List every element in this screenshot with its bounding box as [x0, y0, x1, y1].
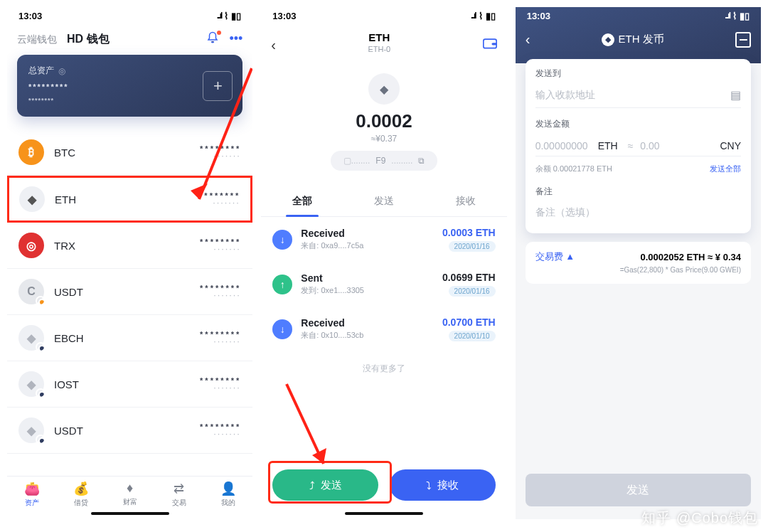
fiat-sym: CNY	[720, 140, 741, 151]
battery-icon: ▮▯	[486, 11, 496, 21]
coin-sub-masked: ·······	[200, 153, 241, 160]
send-header: ‹ ◆ ETH 发币	[516, 24, 761, 55]
coin-icon: ◆	[18, 371, 44, 397]
bottom-tabbar: 👛资产💰借贷♦财富⇄交易👤我的	[7, 476, 252, 511]
tx-title: Sent	[301, 272, 364, 284]
coin-sub-masked: ·······	[200, 339, 241, 346]
eye-icon[interactable]: ◎	[58, 66, 65, 76]
fee-card[interactable]: 交易费 ▲ 0.0002052 ETH ≈ ¥ 0.34 =Gas(22,800…	[526, 242, 751, 284]
address-pill[interactable]: ▢........ F9 ......... ⧉	[331, 151, 437, 171]
back-icon[interactable]: ‹	[526, 31, 530, 48]
signal-icon: ...ıl	[471, 11, 476, 21]
tx-row[interactable]: ↓Received来自: 0x10....53cb0.0700 ETH2020/…	[261, 307, 506, 351]
add-asset-button[interactable]: +	[203, 71, 233, 101]
home-indicator	[345, 512, 423, 515]
masked-sub: ********	[28, 97, 231, 104]
wallet-header: 云端钱包 HD 钱包 •••	[7, 24, 252, 55]
contacts-icon[interactable]: ▤	[730, 88, 741, 102]
home-indicator	[91, 512, 169, 515]
coin-row-eth[interactable]: ◆ETH********·······	[7, 176, 252, 223]
signal-icon: ...ıl	[725, 11, 730, 21]
more-icon[interactable]: •••	[229, 31, 242, 48]
bottom-tab-交易[interactable]: ⇄交易	[154, 481, 203, 508]
wallet-icon[interactable]	[483, 37, 497, 53]
battery-icon: ▮▯	[231, 11, 241, 21]
coin-row-ebch[interactable]: ◆EBCH********·······	[7, 315, 252, 361]
back-icon[interactable]: ‹	[271, 37, 276, 53]
coin-list: ₿BTC********·······◆ETH********·······◎T…	[7, 129, 252, 476]
eth-icon: ◆	[602, 33, 614, 46]
signal-icon: ...ıl	[217, 11, 222, 21]
tx-direction-icon: ↑	[272, 275, 292, 294]
tx-tab-recv[interactable]: 接收	[425, 188, 507, 216]
coin-sub-masked: ·······	[199, 200, 240, 207]
coin-icon: ◆	[19, 186, 45, 212]
svg-rect-3	[491, 43, 497, 45]
tab-label: 借贷	[74, 498, 88, 508]
balance-block: ◆ 0.0002 ≈¥0.37 ▢........ F9 ......... ⧉	[261, 66, 506, 176]
send-button[interactable]: ⤴ 发送	[272, 469, 378, 501]
tx-amount: 0.0699 ETH	[442, 272, 496, 283]
bottom-tab-资产[interactable]: 👛资产	[7, 481, 56, 508]
send-all-link[interactable]: 发送全部	[710, 164, 741, 174]
tx-date: 2020/01/10	[449, 331, 496, 341]
tab-label: 资产	[25, 498, 39, 508]
tab-icon: 👛	[24, 481, 40, 496]
coin-sub-masked: ·······	[200, 385, 241, 392]
fee-value: 0.0002052 ETH ≈ ¥ 0.34	[640, 252, 741, 262]
tab-cloud-wallet[interactable]: 云端钱包	[17, 33, 57, 46]
submit-send-button[interactable]: 发送	[526, 474, 751, 506]
bottom-tab-我的[interactable]: 👤我的	[203, 481, 252, 508]
tx-direction-icon: ↓	[272, 230, 292, 250]
tx-row[interactable]: ↑Sent发到: 0xe1....33050.0699 ETH2020/01/1…	[261, 262, 506, 307]
download-icon: ⤵	[426, 479, 432, 491]
coin-balance-masked: ********	[200, 376, 241, 385]
bottom-tab-借贷[interactable]: 💰借贷	[56, 481, 105, 508]
screen-coin-detail: 13:03 ...ıl ⌇ ▮▯ ‹ ETH ETH-0 ◆ 0.0002 ≈¥…	[261, 7, 506, 519]
tx-tab-send[interactable]: 发送	[343, 188, 425, 216]
memo-input[interactable]: 备注（选填）	[535, 201, 741, 222]
to-label: 发送到	[535, 68, 741, 80]
coin-sub-masked: ·······	[200, 292, 241, 299]
memo-label: 备注	[535, 186, 741, 198]
coin-row-usdt[interactable]: ◆USDT********·······	[7, 408, 252, 454]
coin-row-usdt[interactable]: CUSDT********·······	[7, 269, 252, 315]
send-form-card: 发送到 输入收款地址 ▤ 发送金额 0.00000000 ETH ≈ 0.00 …	[526, 59, 751, 233]
battery-icon: ▮▯	[740, 11, 750, 21]
screen-assets: 13:03 ...ıl ⌇ ▮▯ 云端钱包 HD 钱包 ••• 总	[7, 7, 252, 519]
tx-amount: 0.0003 ETH	[442, 227, 496, 238]
coin-balance-masked: ********	[200, 422, 241, 431]
coin-symbol: TRX	[54, 240, 75, 252]
copy-icon[interactable]: ⧉	[418, 156, 425, 166]
amount-label: 发送金额	[535, 118, 741, 130]
bottom-tab-财富[interactable]: ♦财富	[105, 481, 154, 508]
to-input[interactable]: 输入收款地址 ▤	[535, 83, 741, 108]
coin-row-trx[interactable]: ◎TRX********·······	[7, 223, 252, 269]
tx-tab-all[interactable]: 全部	[261, 188, 343, 216]
amount-input[interactable]: 0.00000000 ETH ≈ 0.00 CNY	[535, 133, 741, 156]
coin-symbol: BTC	[54, 147, 75, 159]
fiat-placeholder: 0.00	[640, 140, 713, 151]
page-title: ETH 发币	[619, 33, 664, 46]
balance-prefix: 余额	[535, 164, 551, 173]
clock: 13:03	[527, 11, 550, 21]
tx-date: 2020/01/16	[449, 286, 496, 297]
bell-icon[interactable]	[206, 31, 219, 48]
tab-icon: ♦	[127, 481, 133, 496]
coin-sub-masked: ·······	[200, 431, 241, 438]
tx-row[interactable]: ↓Received来自: 0xa9....7c5a0.0003 ETH2020/…	[261, 217, 506, 262]
status-bar: 13:03 ...ıl ⌇ ▮▯	[261, 7, 506, 24]
coin-symbol: EBCH	[54, 332, 84, 344]
address-mid: F9	[375, 156, 385, 166]
coin-row-iost[interactable]: ◆IOST********·······	[7, 361, 252, 408]
balance-approx: ≈¥0.37	[261, 134, 506, 144]
coin-row-btc[interactable]: ₿BTC********·······	[7, 129, 252, 176]
receive-button[interactable]: ⤵ 接收	[390, 469, 496, 501]
tab-hd-wallet[interactable]: HD 钱包	[67, 32, 110, 47]
balance: 0.0002	[261, 110, 506, 132]
coin-balance-masked: ********	[199, 191, 240, 200]
scan-icon[interactable]	[735, 32, 751, 48]
coin-symbol: USDT	[54, 425, 83, 437]
tab-label: 财富	[123, 497, 137, 507]
action-buttons: ⤴ 发送 ⤵ 接收	[261, 461, 506, 511]
